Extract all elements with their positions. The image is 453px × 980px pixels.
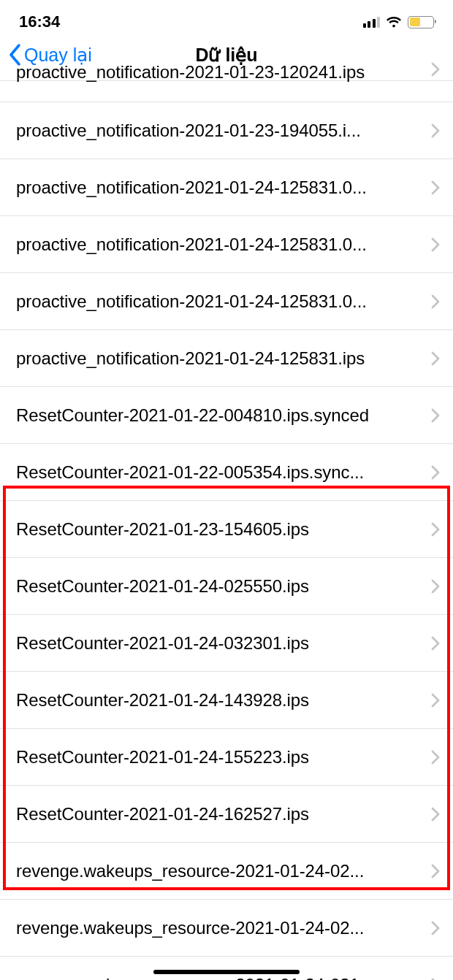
- chevron-right-icon: [431, 522, 440, 537]
- list-item-label: ResetCounter-2021-01-22-005354.ips.sync.…: [16, 462, 364, 483]
- list-item-label: ResetCounter-2021-01-24-032301.ips: [16, 633, 309, 654]
- list-item-label: ResetCounter-2021-01-24-025550.ips: [16, 576, 309, 597]
- chevron-right-icon: [431, 693, 440, 708]
- list-item[interactable]: proactive_notification-2021-01-24-125831…: [0, 159, 453, 216]
- home-indicator[interactable]: [153, 970, 300, 974]
- chevron-right-icon: [431, 807, 440, 822]
- battery-icon: [408, 16, 434, 28]
- list-item[interactable]: proactive_notification-2021-01-23-120241…: [0, 80, 453, 102]
- list-item[interactable]: ResetCounter-2021-01-22-005354.ips.sync.…: [0, 444, 453, 501]
- list-item-label: revenge.wakeups_resource-2021-01-24-02..…: [16, 861, 364, 881]
- list-item-label: proactive_notification-2021-01-24-125831…: [16, 177, 367, 198]
- list-item[interactable]: proactive_notification-2021-01-24-125831…: [0, 273, 453, 330]
- status-icons: [363, 15, 435, 29]
- back-label: Quay lại: [24, 45, 92, 66]
- chevron-right-icon: [431, 864, 440, 878]
- list-item[interactable]: ResetCounter-2021-01-23-154605.ips: [0, 501, 453, 558]
- list-item[interactable]: ResetCounter-2021-01-24-143928.ips: [0, 672, 453, 729]
- chevron-right-icon: [431, 237, 440, 252]
- wifi-icon: [385, 15, 403, 29]
- list-item[interactable]: revenge.wakeups_resource-2021-01-24-031.…: [0, 957, 453, 980]
- list-item-label: ResetCounter-2021-01-24-162527.ips: [16, 804, 309, 824]
- status-bar: 16:34: [0, 0, 453, 39]
- chevron-right-icon: [431, 636, 440, 651]
- list-item-label: proactive_notification-2021-01-23-194055…: [16, 120, 361, 141]
- list-item-label: revenge.wakeups_resource-2021-01-24-02..…: [16, 918, 364, 938]
- list-item-label: proactive_notification-2021-01-24-125831…: [16, 348, 365, 369]
- list-item-label: proactive_notification-2021-01-24-125831…: [16, 234, 367, 255]
- chevron-left-icon: [9, 44, 21, 66]
- chevron-right-icon: [431, 62, 440, 77]
- chevron-right-icon: [431, 123, 440, 138]
- chevron-right-icon: [431, 465, 440, 480]
- list-item[interactable]: ResetCounter-2021-01-24-155223.ips: [0, 729, 453, 786]
- chevron-right-icon: [431, 750, 440, 765]
- chevron-right-icon: [431, 351, 440, 366]
- list-item-label: revenge.wakeups_resource-2021-01-24-031.…: [16, 975, 373, 980]
- cellular-signal-icon: [363, 16, 381, 28]
- list-item[interactable]: proactive_notification-2021-01-23-194055…: [0, 102, 453, 159]
- chevron-right-icon: [431, 579, 440, 594]
- status-time: 16:34: [19, 12, 60, 31]
- list-item-label: ResetCounter-2021-01-24-143928.ips: [16, 690, 309, 711]
- list-item[interactable]: revenge.wakeups_resource-2021-01-24-02..…: [0, 843, 453, 900]
- list: proactive_notification-2021-01-23-120241…: [0, 80, 453, 980]
- chevron-right-icon: [431, 180, 440, 195]
- chevron-right-icon: [431, 294, 440, 309]
- list-item[interactable]: ResetCounter-2021-01-24-162527.ips: [0, 786, 453, 843]
- chevron-right-icon: [431, 408, 440, 423]
- list-item-label: proactive_notification-2021-01-24-125831…: [16, 291, 367, 312]
- list-item[interactable]: proactive_notification-2021-01-24-125831…: [0, 330, 453, 387]
- chevron-right-icon: [431, 921, 440, 935]
- list-item[interactable]: ResetCounter-2021-01-24-025550.ips: [0, 558, 453, 615]
- list-item[interactable]: proactive_notification-2021-01-24-125831…: [0, 216, 453, 273]
- list-item-label: ResetCounter-2021-01-24-155223.ips: [16, 747, 309, 767]
- list-item[interactable]: revenge.wakeups_resource-2021-01-24-02..…: [0, 900, 453, 957]
- list-item[interactable]: ResetCounter-2021-01-24-032301.ips: [0, 615, 453, 672]
- back-button[interactable]: Quay lại: [9, 44, 92, 66]
- list-item-label: ResetCounter-2021-01-23-154605.ips: [16, 519, 309, 540]
- list-item-label: ResetCounter-2021-01-22-004810.ips.synce…: [16, 405, 369, 426]
- list-item[interactable]: ResetCounter-2021-01-22-004810.ips.synce…: [0, 387, 453, 444]
